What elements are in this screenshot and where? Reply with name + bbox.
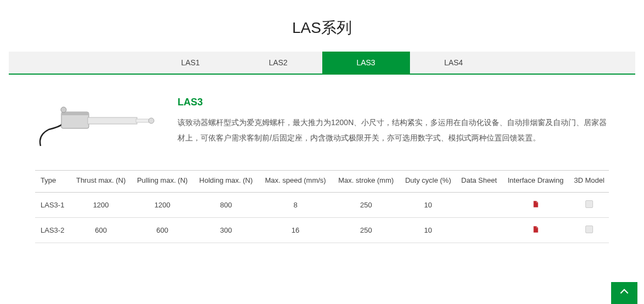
- col-drawing: Interface Drawing: [501, 171, 569, 193]
- table-row: LAS3-2 600 600 300 16 250 10: [35, 218, 609, 243]
- product-image: [35, 97, 156, 157]
- col-model: 3D Model: [569, 171, 609, 193]
- tabs-spacer: [9, 52, 147, 74]
- cell-drawing[interactable]: [501, 193, 569, 218]
- cell-holding: 300: [193, 218, 259, 243]
- col-pulling: Pulling max. (N): [132, 171, 193, 193]
- file-icon: [585, 200, 593, 208]
- cell-duty: 10: [400, 193, 457, 218]
- svg-rect-1: [61, 112, 89, 115]
- product-content: LAS3 该致动器螺杆型式为爱克姆螺杆，最大推力为1200N、小尺寸，结构紧实，…: [0, 75, 644, 157]
- col-datasheet: Data Sheet: [457, 171, 501, 193]
- pdf-icon: [532, 226, 539, 233]
- cell-stroke: 250: [332, 218, 400, 243]
- cell-datasheet: [457, 218, 501, 243]
- cell-type: LAS3-1: [35, 193, 71, 218]
- cell-holding: 800: [193, 193, 259, 218]
- col-duty: Duty cycle (%): [400, 171, 457, 193]
- cell-speed: 16: [259, 218, 332, 243]
- table-row: LAS3-1 1200 1200 800 8 250 10: [35, 193, 609, 218]
- spec-table: Type Thrust max. (N) Pulling max. (N) Ho…: [35, 170, 609, 243]
- tab-las3[interactable]: LAS3: [322, 52, 410, 74]
- cell-speed: 8: [259, 193, 332, 218]
- tabs-bar: LAS1 LAS2 LAS3 LAS4: [9, 52, 635, 75]
- cell-datasheet: [457, 193, 501, 218]
- file-icon: [585, 226, 593, 233]
- cell-model[interactable]: [569, 193, 609, 218]
- cell-pulling: 600: [132, 218, 193, 243]
- cell-thrust: 600: [71, 218, 132, 243]
- chevron-up-icon: [619, 286, 630, 300]
- svg-point-5: [149, 118, 154, 123]
- tab-las4[interactable]: LAS4: [410, 52, 498, 74]
- cell-duty: 10: [400, 218, 457, 243]
- spec-table-wrap: Type Thrust max. (N) Pulling max. (N) Ho…: [0, 157, 644, 243]
- tab-las1[interactable]: LAS1: [147, 52, 235, 74]
- pdf-icon: [532, 200, 539, 208]
- cell-thrust: 1200: [71, 193, 132, 218]
- scroll-top-button[interactable]: [611, 282, 637, 304]
- tab-las2[interactable]: LAS2: [235, 52, 322, 74]
- svg-rect-4: [136, 119, 149, 122]
- svg-rect-3: [88, 117, 137, 124]
- svg-point-2: [61, 107, 66, 112]
- product-description: 该致动器螺杆型式为爱克姆螺杆，最大推力为1200N、小尺寸，结构紧实，多运用在自…: [178, 115, 609, 145]
- product-text: LAS3 该致动器螺杆型式为爱克姆螺杆，最大推力为1200N、小尺寸，结构紧实，…: [178, 97, 609, 157]
- col-speed: Max. speed (mm/s): [259, 171, 332, 193]
- col-type: Type: [35, 171, 71, 193]
- cell-pulling: 1200: [132, 193, 193, 218]
- product-heading: LAS3: [178, 97, 609, 108]
- tabs-spacer-right: [498, 52, 636, 74]
- cell-stroke: 250: [332, 193, 400, 218]
- col-stroke: Max. stroke (mm): [332, 171, 400, 193]
- col-thrust: Thrust max. (N): [71, 171, 132, 193]
- cell-model[interactable]: [569, 218, 609, 243]
- cell-type: LAS3-2: [35, 218, 71, 243]
- col-holding: Holding max. (N): [193, 171, 259, 193]
- cell-drawing[interactable]: [501, 218, 569, 243]
- page-title: LAS系列: [0, 0, 644, 52]
